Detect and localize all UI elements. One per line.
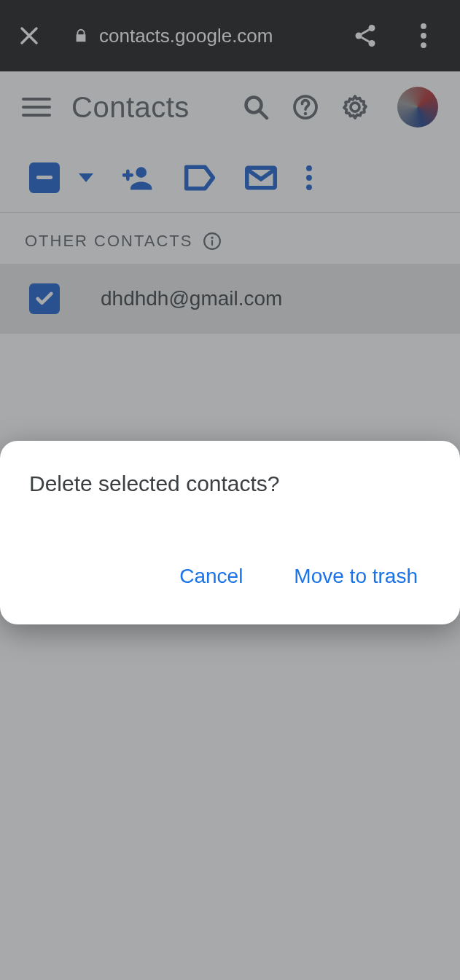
app-surface: Contacts OTHER CON xyxy=(0,71,460,980)
cancel-button[interactable]: Cancel xyxy=(166,553,256,600)
confirm-dialog: Delete selected contacts? Cancel Move to… xyxy=(0,441,460,624)
dialog-actions: Cancel Move to trash xyxy=(29,553,431,600)
move-to-trash-button[interactable]: Move to trash xyxy=(281,553,431,600)
dialog-title: Delete selected contacts? xyxy=(29,471,431,496)
